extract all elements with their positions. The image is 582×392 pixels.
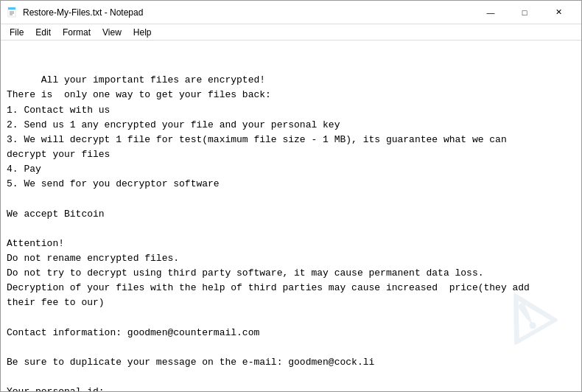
menu-view[interactable]: View (97, 26, 127, 39)
menu-help[interactable]: Help (127, 26, 158, 39)
content-area: ⚠ All your important files are encrypted… (1, 41, 581, 391)
close-button[interactable]: ✕ (541, 5, 575, 20)
maximize-button[interactable]: □ (508, 5, 541, 20)
title-bar-left: Restore-My-Files.txt - Notepad (7, 7, 143, 18)
title-bar: Restore-My-Files.txt - Notepad — □ ✕ (1, 1, 581, 24)
notepad-window: Restore-My-Files.txt - Notepad — □ ✕ Fil… (0, 0, 582, 392)
text-editor[interactable]: ⚠ All your important files are encrypted… (1, 41, 581, 391)
window-title: Restore-My-Files.txt - Notepad (23, 7, 143, 18)
document-text: All your important files are encrypted! … (7, 74, 530, 391)
notepad-icon (7, 7, 18, 18)
menu-bar: File Edit Format View Help (1, 24, 581, 41)
title-bar-controls: — □ ✕ (474, 5, 575, 20)
minimize-button[interactable]: — (474, 5, 508, 20)
watermark: ⚠ (480, 263, 571, 368)
menu-file[interactable]: File (4, 26, 29, 39)
svg-rect-1 (8, 7, 15, 10)
menu-edit[interactable]: Edit (29, 26, 57, 39)
menu-format[interactable]: Format (57, 26, 97, 39)
